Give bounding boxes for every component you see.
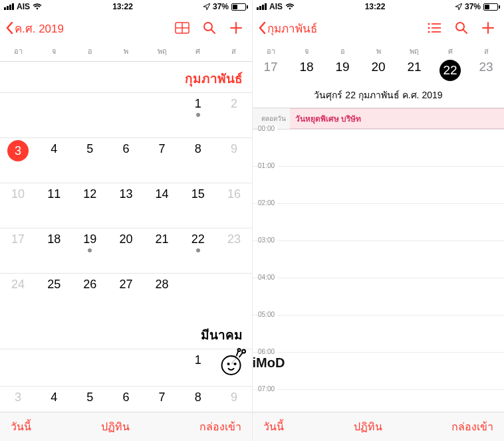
svg-point-13 [456,23,464,31]
day-cell[interactable]: 22 [180,228,216,273]
calendars-button[interactable]: ปฏิทิน [101,418,130,435]
day-cell [108,92,144,137]
day-cell[interactable]: 4 [36,386,72,414]
day-cell[interactable]: 20 [108,228,144,273]
day-cell[interactable]: 10 [0,183,36,228]
svg-point-3 [204,23,212,31]
day-cell[interactable]: 5 [72,137,108,183]
day-cell[interactable]: 18 [36,228,72,273]
wifi-icon [33,3,42,10]
day-cell [72,349,108,386]
month-grid-feb: 1234567891011121314151617181920212223242… [0,92,252,318]
hour-grid[interactable]: 00:0001:0002:0003:0004:0005:0006:0007:00 [253,130,504,427]
week-day-strip[interactable]: 17181920212223 [253,57,504,85]
svg-point-11 [428,31,430,33]
inbox-button[interactable]: กล่องเข้า [451,418,493,435]
inbox-button[interactable]: กล่องเข้า [199,418,241,435]
day-cell[interactable]: 24 [0,273,36,318]
day-cell[interactable]: 6 [108,386,144,414]
svg-line-14 [463,30,467,33]
list-toggle-button[interactable] [427,23,441,33]
day-cell[interactable]: 15 [180,183,216,228]
day-cell[interactable]: 3 [0,137,36,183]
weekday-pill[interactable]: 17 [253,60,289,81]
day-cell[interactable]: 11 [36,183,72,228]
signal-icon [4,3,14,10]
clock: 13:22 [42,2,203,11]
add-button[interactable] [229,21,243,35]
hour-label: 00:00 [258,125,277,132]
hour-row[interactable]: 01:00 [253,167,504,204]
search-button[interactable] [455,21,468,35]
chevron-left-icon [5,21,13,35]
day-cell[interactable]: 8 [180,137,216,183]
weekday-pill[interactable]: 22 [432,60,468,81]
month-scroll[interactable]: กุมภาพันธ์ 12345678910111213141516171819… [0,62,252,414]
weekday-pill[interactable]: 21 [396,60,432,81]
weekday-pill[interactable]: 19 [324,60,360,81]
hour-row[interactable]: 06:00 [253,353,504,390]
plus-icon [229,21,243,35]
hour-row[interactable]: 04:00 [253,278,504,315]
day-cell[interactable]: 3 [0,386,36,414]
svg-point-9 [428,27,430,29]
day-cell[interactable]: 14 [144,183,180,228]
location-icon [455,3,462,10]
day-cell[interactable]: 28 [144,273,180,318]
search-icon [455,21,468,35]
day-cell [180,273,216,318]
battery-pct: 37% [213,2,229,11]
allday-event[interactable]: วันหยุดพิเศษ บริษัท [290,108,504,129]
day-cell[interactable]: 13 [108,183,144,228]
day-cell[interactable]: 8 [180,386,216,414]
search-button[interactable] [203,21,216,35]
day-cell[interactable]: 2 [216,92,252,137]
day-cell[interactable]: 25 [36,273,72,318]
day-cell[interactable]: 7 [144,386,180,414]
day-cell[interactable]: 1 [180,349,216,386]
back-button[interactable]: กุมภาพันธ์ [258,19,317,37]
day-cell [144,92,180,137]
weekday-header: อาจอพพฤศส [253,43,504,57]
hour-row[interactable]: 03:00 [253,241,504,278]
day-cell[interactable]: 17 [0,228,36,273]
day-cell[interactable]: 16 [216,183,252,228]
day-cell[interactable]: 6 [108,137,144,183]
day-cell[interactable]: 9 [216,386,252,414]
day-cell[interactable]: 21 [144,228,180,273]
today-button[interactable]: วันนี้ [263,418,284,435]
day-cell[interactable]: 2 [216,349,252,386]
day-cell[interactable]: 1 [180,92,216,137]
allday-row: ตลอดวัน วันหยุดพิเศษ บริษัท [253,108,504,130]
hour-row[interactable]: 05:00 [253,315,504,353]
day-cell [216,273,252,318]
today-button[interactable]: วันนี้ [11,418,31,435]
weekday-pill[interactable]: 20 [360,60,396,81]
phone-month-view: AIS 13:22 37% ค.ศ. 2019 อาจอพพฤศส กุมภาพ… [0,0,252,441]
day-cell[interactable]: 7 [144,137,180,183]
calendars-button[interactable]: ปฏิทิน [354,418,382,435]
day-cell[interactable]: 27 [108,273,144,318]
weekday-pill[interactable]: 23 [468,60,504,81]
hour-row[interactable]: 02:00 [253,204,504,241]
hour-label: 04:00 [258,274,277,281]
day-cell[interactable]: 4 [36,137,72,183]
day-cell[interactable]: 9 [216,137,252,183]
clock: 13:22 [295,2,455,11]
add-button[interactable] [481,21,495,35]
day-cell[interactable]: 19 [72,228,108,273]
view-toggle-button[interactable] [175,22,189,34]
battery-icon [483,3,500,11]
day-cell[interactable]: 5 [72,386,108,414]
hour-label: 03:00 [258,236,277,244]
day-cell[interactable]: 26 [72,273,108,318]
day-cell[interactable]: 12 [72,183,108,228]
back-button[interactable]: ค.ศ. 2019 [5,19,64,37]
hour-row[interactable]: 00:00 [253,130,504,167]
day-cell [36,349,72,386]
day-cell[interactable]: 23 [216,228,252,273]
signal-icon [257,3,267,10]
month-grid-mar: 123456789 [0,349,252,414]
weekday-pill[interactable]: 18 [289,60,324,81]
day-cell [144,349,180,386]
